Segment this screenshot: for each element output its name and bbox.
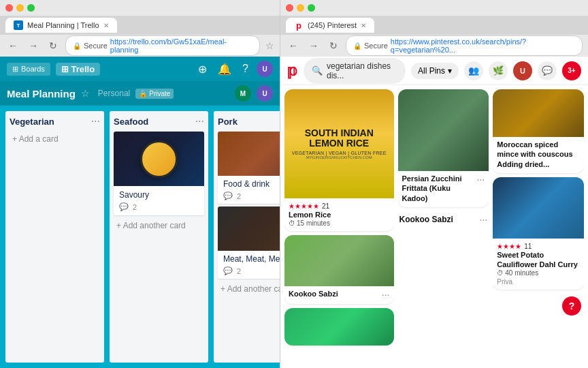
kookoo-title: Kookoo Sabzi <box>289 289 338 298</box>
user-avatar-pinterest[interactable]: U <box>513 61 532 80</box>
salad-pin[interactable] <box>284 308 394 346</box>
help-area: ? <box>493 294 584 318</box>
user-avatar[interactable]: U <box>257 61 273 77</box>
pork-food-card-title: Food & drink <box>223 179 280 189</box>
trello-top-nav: ⊞ Boards ⊞ Trello ⊕ 🔔 ? U <box>0 57 280 81</box>
pinterest-back-button[interactable]: ← <box>286 39 301 52</box>
boards-label: Boards <box>21 65 45 73</box>
sweet-potato-pin-info: ★★★★ 11 Sweet Potato Cauliflower Dahl Cu… <box>493 239 584 290</box>
mussels-image <box>140 140 178 178</box>
lemon-rice-time: ⏱ 15 minutes <box>289 219 390 227</box>
maximize-button[interactable] <box>27 4 35 12</box>
chevron-down-icon: ▾ <box>448 66 452 76</box>
minimize-button[interactable] <box>16 4 24 12</box>
add-card-vegetarian[interactable]: + Add a card <box>10 132 100 147</box>
trello-tab-close[interactable]: ✕ <box>103 22 109 29</box>
pinterest-minimize-button[interactable] <box>297 4 304 12</box>
pinterest-reload-button[interactable]: ↻ <box>327 39 340 52</box>
persian-frittata-pin[interactable]: Persian Zucchini Frittata (Kuku Kadoo) ·… <box>398 89 489 207</box>
clock-icon: ⏱ <box>289 219 295 227</box>
trello-board-bar: Meal Planning ☆ Personal 🔒 Private M U <box>0 81 280 106</box>
pinterest-tab-close[interactable]: ✕ <box>361 22 366 29</box>
moroccan-image <box>493 89 584 137</box>
personal-label: Personal <box>98 89 130 98</box>
kookoo-more-icon[interactable]: ··· <box>382 289 390 300</box>
star-icon[interactable]: ☆ <box>265 40 274 51</box>
lemon-rice-stars: ★★★★★ 21 <box>289 202 390 210</box>
comment-icon: 💬 <box>119 202 129 211</box>
member-avatar-1[interactable]: M <box>235 85 251 102</box>
chat-icon[interactable]: 💬 <box>538 61 557 80</box>
boards-button[interactable]: ⊞ Boards <box>7 63 50 76</box>
add-another-card-pork[interactable]: + Add another card <box>218 281 280 296</box>
search-icon: 🔍 <box>312 65 323 76</box>
persian-more-icon[interactable]: ··· <box>477 174 485 185</box>
back-button[interactable]: ← <box>5 39 20 52</box>
pinterest-tab-title: (245) Pinterest <box>308 21 357 29</box>
pinterest-grid: SOUTH INDIANLEMON RICE VEGETARIAN | VEGA… <box>280 85 588 368</box>
people-icon[interactable]: 👥 <box>464 61 483 80</box>
lemon-rice-time-text: 15 minutes <box>297 219 330 227</box>
add-another-card-seafood[interactable]: + Add another card <box>114 218 204 233</box>
member-avatar-2[interactable]: U <box>257 85 273 102</box>
trello-addressbar: ← → ↻ 🔒 Secure https://trello.com/b/Gw51… <box>0 35 280 57</box>
trello-tab-bar: T Meal Planning | Trello ✕ <box>0 16 280 35</box>
star-board-icon[interactable]: ☆ <box>81 88 90 99</box>
persian-image <box>398 89 489 171</box>
pork-food-comment-count: 2 <box>237 192 241 200</box>
vegetarian-list-menu[interactable]: ··· <box>91 115 100 127</box>
pin-column-2: Persian Zucchini Frittata (Kuku Kadoo) ·… <box>398 89 489 364</box>
pin-column-3: Moroccan spiced mince with couscous Addi… <box>493 89 584 364</box>
pin-column-1: SOUTH INDIANLEMON RICE VEGETARIAN | VEGA… <box>284 89 394 364</box>
seafood-list-menu[interactable]: ··· <box>195 115 204 127</box>
leaf-icon[interactable]: 🌿 <box>489 61 508 80</box>
board-title: Meal Planning <box>7 88 76 99</box>
pork-food-card-meta: 💬 2 <box>223 191 280 200</box>
seafood-card-body: Savoury 💬 2 <box>114 186 204 215</box>
sweet-potato-pin[interactable]: ★★★★ 11 Sweet Potato Cauliflower Dahl Cu… <box>493 177 584 290</box>
address-field[interactable]: 🔒 Secure https://trello.com/b/Gw51xaE/me… <box>65 35 260 56</box>
kookoo-sabzi-pin[interactable]: Kookoo Sabzi ··· <box>284 235 394 304</box>
pork-meat-card[interactable]: Meat, Meat, Meat! 💬 2 <box>218 206 280 279</box>
seafood-card-image <box>114 132 204 186</box>
trello-board-content: Vegetarian ··· + Add a card Seafood ··· <box>0 106 280 368</box>
pinterest-logo: 𝕡 <box>287 62 298 80</box>
pinterest-maximize-button[interactable] <box>308 4 315 12</box>
persian-pin-info: Persian Zucchini Frittata (Kuku Kadoo) ·… <box>398 171 489 207</box>
pinterest-close-button[interactable] <box>286 4 293 12</box>
close-button[interactable] <box>5 4 13 12</box>
moroccan-pin[interactable]: Moroccan spiced mince with couscous Addi… <box>493 89 584 173</box>
pinterest-address-field[interactable]: 🔒 Secure https://www.pinterest.co.uk/sea… <box>346 35 583 56</box>
lemon-rice-overlay: SOUTH INDIANLEMON RICE VEGETARIAN | VEGA… <box>284 89 394 198</box>
url-text: https://trello.com/b/Gw51xaE/meal-planni… <box>110 37 252 54</box>
trello-logo-area: ⊞ Trello <box>56 63 100 76</box>
notification-button[interactable]: 🔔 <box>215 60 234 78</box>
notification-icon-pinterest[interactable]: 3+ <box>562 61 581 80</box>
secure-label: Secure <box>84 42 108 50</box>
pinterest-forward-button[interactable]: → <box>306 39 321 52</box>
trello-tab[interactable]: T Meal Planning | Trello ✕ <box>5 18 117 33</box>
lemon-rice-pin[interactable]: SOUTH INDIANLEMON RICE VEGETARIAN | VEGA… <box>284 89 394 231</box>
help-button-pinterest[interactable]: ? <box>562 296 581 316</box>
pork-food-card-body: Food & drink 💬 2 <box>218 176 280 204</box>
sweet-potato-title: Sweet Potato Cauliflower Dahl Curry <box>497 250 580 270</box>
seafood-card-meta: 💬 2 <box>119 202 199 211</box>
kookoo-col2-area: Kookoo Sabzi ··· <box>398 211 489 228</box>
pinterest-search-bar[interactable]: 🔍 vegetarian dishes dis... <box>304 58 406 84</box>
reload-button[interactable]: ↻ <box>46 39 60 52</box>
trello-favicon-letter: T <box>17 22 20 29</box>
kookoo-col2-more[interactable]: ··· <box>480 214 488 225</box>
seafood-savoury-card[interactable]: Savoury 💬 2 <box>114 132 204 215</box>
forward-button[interactable]: → <box>26 39 41 52</box>
pork-food-card[interactable]: Food & drink 💬 2 <box>218 132 280 204</box>
kookoo-sabzi-label: Kookoo Sabzi <box>399 215 453 224</box>
pinterest-traffic-lights <box>286 4 315 12</box>
pinterest-addressbar: ← → ↻ 🔒 Secure https://www.pinterest.co.… <box>280 35 588 57</box>
pinterest-tab[interactable]: p (245) Pinterest ✕ <box>286 18 374 33</box>
lemon-rice-subtitle: VEGETARIAN | VEGAN | GLUTEN FREE <box>292 151 387 155</box>
add-button[interactable]: ⊕ <box>195 60 210 78</box>
help-button[interactable]: ? <box>240 60 251 78</box>
all-pins-button[interactable]: All Pins ▾ <box>411 63 459 79</box>
kookoo-image <box>284 235 394 286</box>
traffic-lights <box>5 4 35 12</box>
